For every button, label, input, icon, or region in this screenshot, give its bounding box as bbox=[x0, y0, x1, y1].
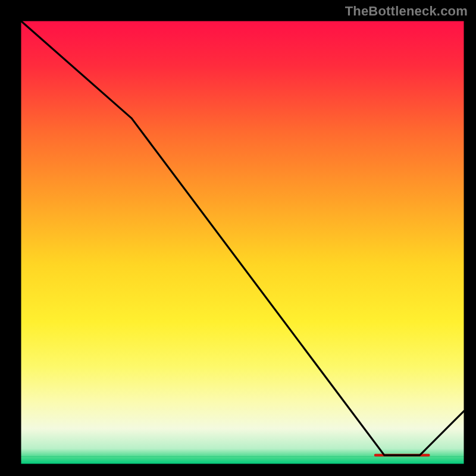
watermark-text: TheBottleneck.com bbox=[345, 4, 468, 19]
chart-container: TheBottleneck.com bbox=[0, 0, 476, 476]
svg-rect-1 bbox=[0, 464, 476, 476]
svg-rect-4 bbox=[21, 21, 464, 464]
svg-rect-2 bbox=[0, 0, 21, 476]
bottleneck-chart bbox=[0, 0, 476, 476]
svg-rect-3 bbox=[464, 0, 476, 476]
